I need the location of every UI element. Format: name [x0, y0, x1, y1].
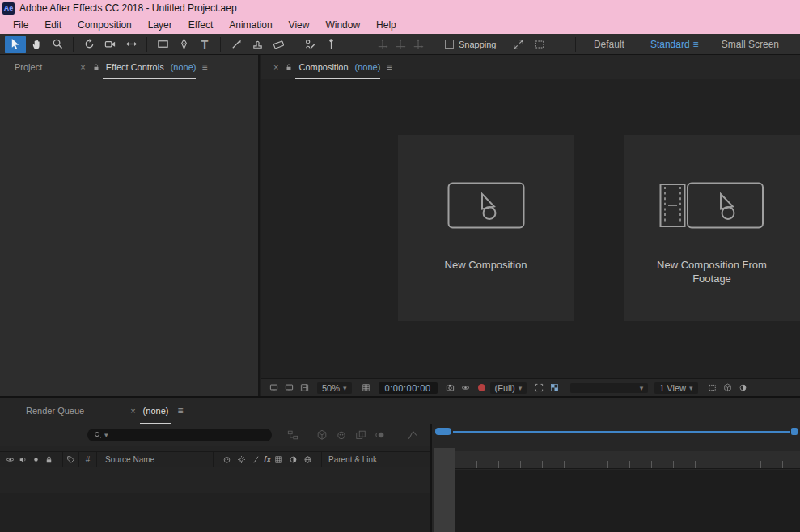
- puppet-pin-tool-icon[interactable]: [320, 36, 341, 53]
- transparency-grid-icon[interactable]: [547, 383, 562, 392]
- menu-animation[interactable]: Animation: [221, 19, 280, 31]
- chevron-down-icon: ▾: [689, 384, 693, 392]
- frame-blend-icon[interactable]: [351, 429, 370, 441]
- menu-edit[interactable]: Edit: [36, 19, 70, 31]
- tab-effect-controls[interactable]: Effect Controls (none): [103, 55, 197, 79]
- label-tag-icon[interactable]: [66, 455, 75, 464]
- grid-guides-icon[interactable]: [358, 383, 374, 392]
- lock-icon[interactable]: [42, 455, 55, 464]
- snapping-checkbox[interactable]: [445, 40, 454, 49]
- video-eye-icon[interactable]: [3, 455, 16, 464]
- quality-icon[interactable]: [249, 455, 262, 464]
- monitor-icon[interactable]: [266, 383, 281, 392]
- local-axis-mode-icon[interactable]: [377, 39, 388, 50]
- view-axis-mode-icon[interactable]: [413, 39, 424, 50]
- audio-speaker-icon[interactable]: [16, 455, 29, 464]
- search-input[interactable]: [111, 430, 266, 440]
- adjustment-layer-icon[interactable]: [273, 455, 286, 464]
- draft-3d-icon[interactable]: [312, 429, 332, 441]
- menu-effect[interactable]: Effect: [180, 19, 221, 31]
- resolution-popup[interactable]: (Full) ▾: [490, 382, 527, 394]
- close-tab-icon[interactable]: ×: [269, 62, 282, 72]
- shy-layers-icon[interactable]: [332, 429, 351, 441]
- time-navigator-track[interactable]: [453, 431, 790, 433]
- bottom-tabstrip: Render Queue × (none) ≡: [0, 398, 800, 424]
- menu-composition[interactable]: Composition: [70, 19, 140, 31]
- time-navigator-end-handle[interactable]: [791, 428, 798, 435]
- snap-beyond-edges-icon[interactable]: [513, 39, 524, 50]
- fx-icon[interactable]: fx: [264, 455, 271, 464]
- snap-wireframe-icon[interactable]: [534, 39, 545, 50]
- search-filter-chevron-icon[interactable]: ▾: [104, 431, 108, 439]
- film-icon[interactable]: [297, 383, 312, 392]
- monitor-play-icon[interactable]: [281, 383, 297, 392]
- show-snapshot-icon[interactable]: [458, 383, 473, 392]
- tab-composition-label: Composition: [295, 62, 351, 72]
- type-tool-icon[interactable]: T: [194, 36, 215, 53]
- menu-file[interactable]: File: [5, 19, 36, 31]
- selection-tool-icon[interactable]: [5, 36, 26, 53]
- menubar: File Edit Composition Layer Effect Anima…: [0, 16, 800, 34]
- panel-menu-icon[interactable]: ≡: [171, 405, 188, 416]
- region-of-interest-icon[interactable]: [531, 383, 547, 392]
- workspace-default[interactable]: Default: [581, 39, 637, 50]
- tab-project[interactable]: Project: [11, 62, 45, 72]
- mini-flowchart-icon[interactable]: [283, 429, 303, 441]
- workspace-standard[interactable]: Standard: [637, 39, 693, 50]
- time-navigator-start-handle[interactable]: [435, 428, 451, 435]
- view-layout-popup[interactable]: 1 View ▾: [654, 382, 697, 394]
- eraser-tool-icon[interactable]: [268, 36, 289, 53]
- collapse-transformations-icon[interactable]: [235, 455, 248, 464]
- pen-tool-icon[interactable]: [173, 36, 194, 53]
- 3d-layer-icon[interactable]: [302, 455, 315, 464]
- zoom-tool-icon[interactable]: [47, 36, 68, 53]
- solo-icon[interactable]: [29, 455, 42, 464]
- rotate-tool-icon[interactable]: [78, 36, 99, 53]
- hand-tool-icon[interactable]: [26, 36, 47, 53]
- shy-icon[interactable]: [220, 455, 233, 464]
- panel-menu-icon[interactable]: ≡: [380, 61, 397, 73]
- motion-blur-icon[interactable]: [287, 455, 300, 464]
- close-tab-icon[interactable]: ×: [126, 406, 139, 416]
- new-composition-button[interactable]: New Composition: [398, 135, 574, 321]
- menu-help[interactable]: Help: [368, 19, 404, 31]
- new-composition-from-footage-button[interactable]: New Composition From Footage: [624, 135, 800, 321]
- tab-render-queue[interactable]: Render Queue: [23, 406, 87, 416]
- lock-icon[interactable]: [90, 63, 103, 71]
- rectangle-tool-icon[interactable]: [152, 36, 173, 53]
- current-time-display[interactable]: 0:00:00:00: [379, 382, 438, 394]
- world-axis-mode-icon[interactable]: [395, 39, 406, 50]
- tab-composition[interactable]: Composition (none): [295, 55, 380, 79]
- resolution-value: (Full): [495, 383, 515, 393]
- 3d-view-popup[interactable]: ▾: [570, 383, 648, 393]
- fast-previews-icon[interactable]: [720, 383, 735, 392]
- timeline-search[interactable]: ▾: [87, 429, 272, 441]
- camera-tool-icon[interactable]: [99, 36, 121, 53]
- lock-icon[interactable]: [282, 63, 295, 71]
- pixel-aspect-icon[interactable]: [705, 383, 720, 392]
- motion-blur-icon[interactable]: [370, 429, 390, 441]
- panel-menu-icon[interactable]: ≡: [196, 61, 213, 73]
- snapshot-camera-icon[interactable]: [442, 383, 458, 392]
- close-tab-icon[interactable]: ×: [76, 62, 89, 72]
- menu-layer[interactable]: Layer: [140, 19, 180, 31]
- tab-timeline-none[interactable]: (none): [140, 398, 172, 424]
- workspace-small-screen[interactable]: Small Screen: [709, 39, 792, 50]
- graph-editor-icon[interactable]: [403, 429, 422, 441]
- exposure-icon[interactable]: [735, 383, 751, 392]
- magnification-popup[interactable]: 50% ▾: [317, 382, 352, 394]
- composition-viewer: New Composition New Composition From Foo…: [261, 79, 800, 378]
- workspace-menu-icon[interactable]: ≡: [693, 39, 709, 50]
- time-ruler[interactable]: [455, 451, 800, 469]
- pan-behind-tool-icon[interactable]: [121, 36, 142, 53]
- app-icon: Ae: [2, 2, 15, 15]
- menu-view[interactable]: View: [281, 19, 318, 31]
- roto-brush-tool-icon[interactable]: [299, 36, 320, 53]
- clone-stamp-tool-icon[interactable]: [247, 36, 268, 53]
- show-channel-icon[interactable]: [478, 384, 485, 391]
- view-layout-value: 1 View: [659, 383, 686, 393]
- column-source-name[interactable]: Source Name: [97, 452, 214, 467]
- time-ruler-gutter: [434, 448, 455, 532]
- brush-tool-icon[interactable]: [226, 36, 247, 53]
- menu-window[interactable]: Window: [317, 19, 368, 31]
